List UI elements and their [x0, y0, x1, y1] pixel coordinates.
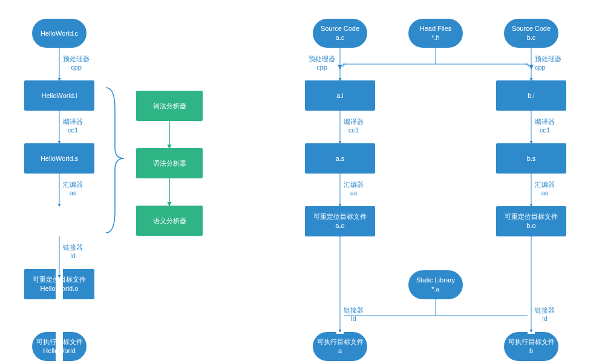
- node-helloworld-final: 可执行目标文件 HelloWorld: [32, 332, 87, 361]
- edge-a-ld2: 链接器ld: [344, 306, 364, 323]
- node-lexer: 词法分析器: [136, 91, 203, 121]
- node-a-i: a.i: [305, 80, 375, 111]
- label-line2: b.c: [527, 33, 536, 42]
- edge-b-pp: 预处理器cpp: [535, 54, 561, 72]
- label-line1: Static Library: [416, 276, 455, 285]
- edge-compiler: 编译器cc1: [63, 117, 83, 135]
- edge-b-cc: 编译器cc1: [535, 117, 555, 135]
- label: b.i: [528, 91, 535, 100]
- connector-fix: [0, 0, 605, 364]
- svg-rect-25: [336, 237, 344, 334]
- node-a-o: 可重定位目标文件 a.o: [305, 206, 375, 236]
- edge-a-as: 汇编器as: [344, 180, 364, 198]
- node-exe-b-rounded: 可执行目标文件 b: [504, 332, 558, 361]
- label-line1: 可重定位目标文件: [313, 212, 367, 221]
- label-line1: 可执行目标文件: [317, 337, 364, 346]
- node-b-o: 可重定位目标文件 b.o: [496, 206, 566, 236]
- label-line1: 可执行目标文件: [508, 337, 555, 346]
- label-line2: a.o: [335, 221, 344, 230]
- label: HelloWorld.i: [41, 91, 77, 100]
- label-line2: a.c: [336, 33, 345, 42]
- svg-rect-26: [528, 237, 535, 334]
- edge-b-ld2: 链接器ld: [535, 306, 555, 323]
- node-b-s: b.s: [496, 143, 566, 174]
- node-helloworld-c: HelloWorld.c: [32, 19, 87, 48]
- label: 词法分析器: [153, 102, 186, 111]
- label-line1: Source Code: [512, 24, 551, 33]
- node-exe-a-rounded: 可执行目标文件 a: [313, 332, 367, 361]
- label-line1: Head Files: [420, 24, 452, 33]
- node-source-a: Source Code a.c: [313, 19, 367, 48]
- label: HelloWorld.s: [41, 154, 78, 163]
- label-line2: b: [529, 346, 533, 356]
- edge-preprocessor: 预处理器cpp: [63, 54, 90, 72]
- node-semantic: 语义分析器: [136, 206, 203, 236]
- node-helloworld-i: HelloWorld.i: [24, 80, 94, 111]
- label-line1: 可重定位目标文件: [505, 212, 558, 221]
- edge-linker: 链接器ld: [63, 243, 83, 261]
- label: 语义分析器: [153, 216, 186, 226]
- label: a.i: [336, 91, 344, 100]
- label-line1: 可执行目标文件: [36, 337, 83, 346]
- label-line2: b.o: [526, 221, 535, 230]
- node-helloworld-o-fix: 可重定位目标文件 HelloWorld.o: [24, 269, 94, 299]
- label-line2: *.a: [431, 285, 439, 294]
- node-helloworld-s: HelloWorld.s: [24, 143, 94, 174]
- svg-marker-24: [529, 316, 534, 321]
- edge-a-pp: 预处理器cpp: [309, 54, 335, 72]
- edge-a-cc: 编译器cc1: [344, 117, 364, 135]
- label: 语法分析器: [153, 159, 186, 168]
- svg-marker-20: [529, 65, 534, 70]
- svg-marker-19: [338, 65, 342, 70]
- node-head-files: Head Files *.h: [408, 19, 463, 48]
- label: b.s: [527, 154, 536, 163]
- node-static-lib: Static Library *.a: [408, 270, 463, 299]
- svg-marker-23: [338, 316, 342, 321]
- node-parser: 语法分析器: [136, 148, 203, 178]
- label: a.s: [336, 154, 345, 163]
- edge-b-as: 汇编器as: [535, 180, 555, 198]
- node-b-i: b.i: [496, 80, 566, 111]
- label-line1: 可重定位目标文件: [33, 275, 86, 284]
- edge-assembler: 汇编器as: [63, 180, 83, 198]
- node-source-b: Source Code b.c: [504, 19, 558, 48]
- label-line2: a: [338, 346, 342, 356]
- label-line2: HelloWorld.o: [41, 284, 79, 293]
- label-line2: HelloWorld: [43, 346, 76, 356]
- connector-leftfix: [0, 0, 605, 364]
- label-line1: Source Code: [321, 24, 359, 33]
- connector-layer: [0, 0, 605, 364]
- label: HelloWorld.c: [41, 29, 78, 38]
- label-line2: *.h: [431, 33, 439, 42]
- node-a-s: a.s: [305, 143, 375, 174]
